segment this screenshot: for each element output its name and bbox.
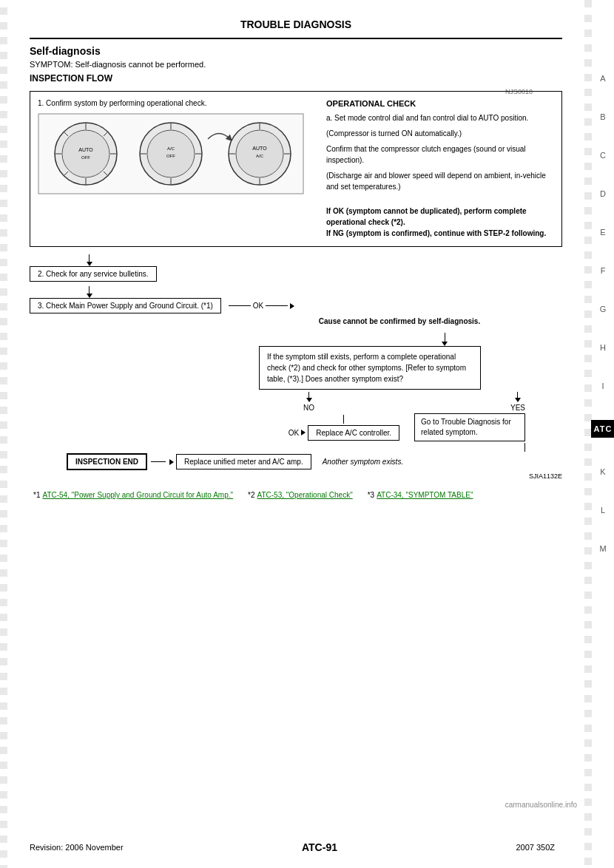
- sidebar-k: K: [600, 467, 605, 476]
- symptom-text: SYMPTOM: Self-diagnosis cannot be perfor…: [30, 60, 562, 69]
- ref1-link[interactable]: ATC-54, "Power Supply and Ground Circuit…: [42, 491, 233, 499]
- step3-row: 3. Check Main Power Supply and Ground Ci…: [30, 298, 562, 313]
- svg-text:A/C: A/C: [256, 154, 264, 158]
- op-check-a2: (Compressor is turned ON automatically.): [326, 128, 554, 139]
- ref2-num: *2: [248, 491, 254, 499]
- inspection-end-box: INSPECTION END: [67, 453, 147, 470]
- sidebar-f: F: [601, 266, 606, 275]
- svg-point-2: [62, 130, 109, 177]
- ref2-link[interactable]: ATC-53, "Operational Check": [257, 491, 353, 499]
- ref1-num: *1: [33, 491, 40, 499]
- ref3-link[interactable]: ATC-34, "SYMPTOM TABLE": [377, 491, 473, 499]
- lower-flow-diagram: If the symptom still exists, perform a c…: [30, 333, 562, 480]
- ref-links: *1 ATC-54, "Power Supply and Ground Circ…: [30, 491, 562, 499]
- flow-steps: 2. Check for any service bulletins. 3. C…: [30, 254, 562, 325]
- page-footer: Revision: 2006 November ATC-91 2007 350Z: [30, 841, 555, 853]
- dials-diagram: AUTO OFF A/C OFF: [38, 113, 304, 194]
- page-title: TROUBLE DIAGNOSIS: [30, 15, 562, 30]
- op-check-a: a. Set mode control dial and fan control…: [326, 112, 554, 123]
- sidebar-e: E: [600, 228, 605, 237]
- sidebar-a: A: [600, 74, 605, 83]
- another-symptom: Another symptom exists.: [323, 458, 403, 466]
- yes-label: YES: [510, 404, 525, 412]
- replace-unified-box: Replace unified meter and A/C amp.: [176, 454, 311, 469]
- section-header: Self-diagnosis: [30, 45, 562, 57]
- op-check-title: OPERATIONAL CHECK: [326, 99, 554, 108]
- go-trouble-box: Go to Trouble Diagnosis for related symp…: [414, 413, 525, 441]
- sjia-ref: SJIA1132E: [30, 472, 562, 480]
- flow-container: 1. Confirm systom by performing operatio…: [30, 91, 562, 247]
- ref3-num: *3: [368, 491, 374, 499]
- op-check-a4: (Discharge air and blower speed will dep…: [326, 170, 554, 192]
- ok-label: OK: [253, 302, 263, 310]
- replace-ac-box: Replace A/C controller.: [308, 425, 399, 441]
- op-check-a3: Confirm that the compressor clutch engag…: [326, 143, 554, 166]
- watermark: carmanualsonline.info: [505, 801, 577, 809]
- footer-model: 2007 350Z: [516, 843, 555, 852]
- svg-text:A/C: A/C: [167, 146, 175, 151]
- step3-box: 3. Check Main Power Supply and Ground Ci…: [30, 298, 221, 313]
- sidebar-i: I: [601, 382, 604, 390]
- ref-item-2: *2 ATC-53, "Operational Check": [248, 491, 353, 499]
- op-check-ok: If OK (symptom cannot be duplicated), pe…: [326, 206, 554, 228]
- sidebar-b: B: [600, 112, 605, 121]
- op-check-ng: If NG (symptom is confirmed), continue w…: [326, 228, 554, 239]
- sidebar-h: H: [600, 343, 606, 352]
- if-symptom-box: If the symptom still exists, perform a c…: [259, 346, 481, 390]
- sidebar-m: M: [599, 544, 606, 553]
- sidebar-c: C: [600, 151, 606, 160]
- right-sidebar: A B C D E F G H I ATC K L M: [592, 0, 614, 868]
- svg-text:OFF: OFF: [81, 155, 90, 160]
- inspection-flow-header: INSPECTION FLOW: [30, 73, 562, 84]
- sidebar-l: L: [601, 506, 605, 515]
- no-label: NO: [303, 404, 314, 412]
- step2-box: 2. Check for any service bulletins.: [30, 266, 157, 282]
- ok-label2: OK: [289, 429, 299, 437]
- sidebar-g: G: [600, 305, 607, 313]
- ref-item-3: *3 ATC-34, "SYMPTOM TABLE": [368, 491, 473, 499]
- cause-text: Cause cannot be confirmed by self-diagno…: [237, 317, 562, 325]
- ref-item-1: *1 ATC-54, "Power Supply and Ground Circ…: [33, 491, 233, 499]
- footer-revision: Revision: 2006 November: [30, 843, 124, 852]
- svg-text:OFF: OFF: [166, 154, 175, 158]
- sidebar-atc: ATC: [591, 420, 614, 438]
- svg-text:AUTO: AUTO: [78, 147, 93, 152]
- sidebar-d: D: [600, 189, 606, 198]
- svg-text:AUTO: AUTO: [252, 146, 267, 151]
- page-content: TROUBLE DIAGNOSIS Self-diagnosis NJS0018…: [7, 0, 584, 868]
- step1-text: 1. Confirm systom by performing operatio…: [38, 99, 311, 107]
- footer-page: ATC-91: [302, 841, 337, 853]
